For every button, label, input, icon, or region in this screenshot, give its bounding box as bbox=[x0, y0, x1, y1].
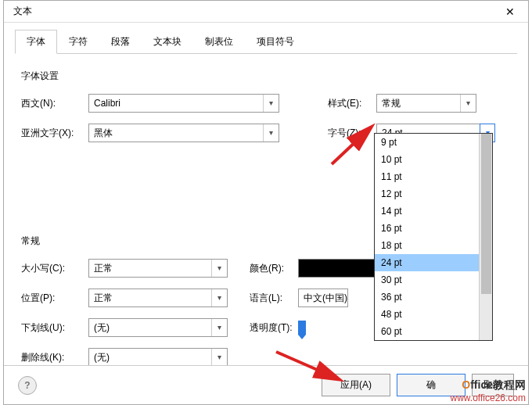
label-asian: 亚洲文字(X): bbox=[21, 127, 88, 140]
label-underline: 下划线(U): bbox=[21, 321, 88, 335]
label-case: 大小写(C): bbox=[21, 262, 88, 275]
combo-position[interactable]: 正常 ▾ bbox=[88, 289, 228, 307]
close-icon[interactable]: ✕ bbox=[498, 5, 522, 18]
size-option[interactable]: 10 pt bbox=[375, 151, 479, 168]
size-dropdown[interactable]: 9 pt10 pt11 pt12 pt14 pt16 pt18 pt24 pt3… bbox=[374, 133, 493, 341]
label-position: 位置(P): bbox=[21, 292, 88, 305]
combo-case[interactable]: 正常 ▾ bbox=[88, 259, 228, 278]
combo-language-value: 中文(中国) bbox=[299, 292, 347, 305]
combo-strike-value: (无) bbox=[89, 351, 211, 364]
size-option[interactable]: 24 pt bbox=[375, 254, 479, 271]
scrollbar-thumb[interactable] bbox=[481, 134, 491, 294]
tab-paragraph[interactable]: 段落 bbox=[99, 30, 142, 54]
label-style: 样式(E): bbox=[328, 97, 376, 110]
chevron-down-icon[interactable]: ▾ bbox=[263, 124, 279, 142]
chevron-down-icon[interactable]: ▾ bbox=[211, 289, 227, 306]
apply-button[interactable]: 应用(A) bbox=[322, 374, 390, 396]
size-option[interactable]: 18 pt bbox=[375, 237, 479, 254]
combo-language[interactable]: 中文(中国) bbox=[298, 289, 348, 307]
section-font-settings: 字体设置 bbox=[21, 70, 511, 83]
label-color: 颜色(R): bbox=[250, 262, 298, 275]
size-option[interactable]: 12 pt bbox=[375, 185, 479, 202]
combo-asian[interactable]: 黑体 ▾ bbox=[88, 124, 279, 142]
size-option[interactable]: 60 pt bbox=[375, 323, 479, 340]
size-option[interactable]: 36 pt bbox=[375, 289, 479, 306]
watermark: Office教程网 www.office26.com bbox=[451, 378, 527, 403]
tab-tabs[interactable]: 制表位 bbox=[193, 30, 245, 54]
size-option[interactable]: 9 pt bbox=[375, 134, 479, 151]
slider-thumb[interactable] bbox=[298, 321, 306, 335]
tab-textblock[interactable]: 文本块 bbox=[142, 30, 193, 54]
size-option[interactable]: 30 pt bbox=[375, 271, 479, 289]
tab-char[interactable]: 字符 bbox=[57, 30, 99, 54]
label-size: 字号(Z): bbox=[328, 127, 376, 140]
combo-latin-value: Calibri bbox=[89, 98, 263, 109]
dialog-title: 文本 bbox=[10, 5, 32, 18]
tab-font[interactable]: 字体 bbox=[15, 30, 57, 54]
tab-bar: 字体 字符 段落 文本块 制表位 项目符号 bbox=[15, 29, 517, 54]
label-language: 语言(L): bbox=[250, 292, 298, 305]
chevron-down-icon[interactable]: ▾ bbox=[211, 349, 227, 366]
size-option[interactable]: 14 pt bbox=[375, 202, 479, 220]
scrollbar[interactable] bbox=[479, 134, 492, 340]
size-option[interactable]: 11 pt bbox=[375, 168, 479, 185]
chevron-down-icon[interactable]: ▾ bbox=[460, 95, 476, 112]
label-transparency: 透明度(T): bbox=[250, 321, 298, 335]
size-option[interactable]: 48 pt bbox=[375, 306, 479, 323]
combo-strike[interactable]: (无) ▾ bbox=[88, 348, 228, 367]
chevron-down-icon[interactable]: ▾ bbox=[263, 95, 279, 112]
tab-bullets[interactable]: 项目符号 bbox=[245, 30, 306, 54]
label-latin: 西文(N): bbox=[21, 97, 88, 110]
combo-style-value: 常规 bbox=[377, 97, 460, 110]
combo-case-value: 正常 bbox=[89, 262, 211, 275]
chevron-down-icon[interactable]: ▾ bbox=[211, 319, 227, 336]
combo-position-value: 正常 bbox=[89, 292, 211, 305]
size-option[interactable]: 16 pt bbox=[375, 220, 479, 237]
combo-underline[interactable]: (无) ▾ bbox=[88, 318, 228, 337]
combo-asian-value: 黑体 bbox=[89, 127, 263, 140]
combo-style[interactable]: 常规 ▾ bbox=[376, 94, 476, 113]
chevron-down-icon[interactable]: ▾ bbox=[211, 260, 227, 277]
combo-underline-value: (无) bbox=[89, 321, 211, 335]
combo-latin[interactable]: Calibri ▾ bbox=[88, 94, 279, 113]
help-icon[interactable]: ? bbox=[18, 376, 37, 395]
label-strike: 删除线(K): bbox=[21, 351, 88, 364]
